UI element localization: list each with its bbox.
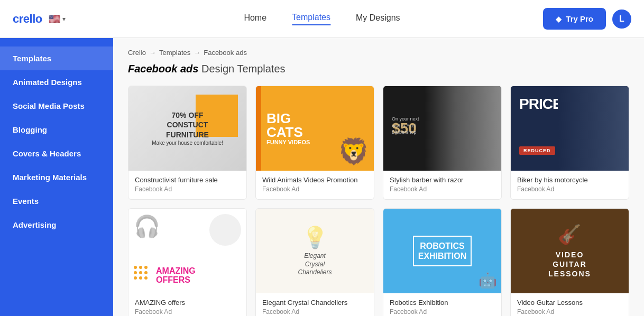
template-title-amazing: AMAZING offers [135,299,240,306]
template-info-furniture: Constructivist furniture sale Facebook A… [128,171,246,199]
template-type-cats: Facebook Ad [262,185,367,193]
try-pro-label: Try Pro [566,14,593,23]
template-thumb-robotics: ROBOTICSEXHIBITION 🤖 [383,209,501,293]
template-type-furniture: Facebook Ad [135,185,240,193]
sidebar-item-animated[interactable]: Animated Designs [0,70,113,94]
template-title-furniture: Constructivist furniture sale [135,176,240,184]
avatar[interactable]: L [612,10,631,29]
template-info-chandelier: Elegant Crystal Chandeliers Facebook Ad [256,293,374,316]
logo[interactable]: crello [13,12,42,26]
diamond-icon: ◆ [556,15,562,23]
page-title: Facebook ads Design Templates [128,63,629,75]
flag-icon: 🇺🇸 [49,13,60,25]
header: crello 🇺🇸 ▾ Home Templates My Designs ◆ … [0,0,644,38]
template-thumb-amazing: 🎧 AMAZINGoffers [128,209,246,293]
template-grid: 70% OFFCONSTUCTFURNITURE Make your house… [128,86,629,316]
page-title-normal: Design Templates [198,63,285,75]
chevron-down-icon: ▾ [62,15,66,23]
sidebar-item-blogging[interactable]: Blogging [0,118,113,142]
language-selector[interactable]: 🇺🇸 ▾ [47,11,68,27]
template-title-guitar: Video Guitar Lessons [517,299,622,306]
template-info-robotics: Robotics Exhibition Facebook Ad [383,293,501,316]
template-info-barber: Stylish barber with razor Facebook Ad [383,171,501,199]
template-thumb-chandelier: 💡 ElegantCrystalChandeliers [256,209,374,293]
template-card-furniture[interactable]: 70% OFFCONSTUCTFURNITURE Make your house… [128,86,247,200]
nav-home[interactable]: Home [244,13,266,25]
breadcrumb-sep-1: → [149,49,156,57]
template-type-chandelier: Facebook Ad [262,308,367,315]
sidebar-item-social[interactable]: Social Media Posts [0,94,113,118]
breadcrumb-crello[interactable]: Crello [128,49,146,57]
sidebar-item-covers[interactable]: Covers & Headers [0,142,113,165]
sidebar: Templates Animated Designs Social Media … [0,38,113,316]
layout: Templates Animated Designs Social Media … [0,38,644,316]
breadcrumb-current: Facebook ads [204,49,247,57]
template-title-cats: Wild Animals Videos Promotion [262,176,367,184]
breadcrumb-templates[interactable]: Templates [159,49,190,57]
template-type-barber: Facebook Ad [390,185,495,193]
template-info-cats: Wild Animals Videos Promotion Facebook A… [256,171,374,199]
template-card-robotics[interactable]: ROBOTICSEXHIBITION 🤖 Robotics Exhibition… [383,208,502,316]
template-thumb-furniture: 70% OFFCONSTUCTFURNITURE Make your house… [128,86,246,171]
header-right: ◆ Try Pro L [543,8,631,30]
nav-templates[interactable]: Templates [292,13,330,25]
template-thumb-barber: $50 On your nextvisit to AxelBarbershop [383,86,501,171]
template-card-cats[interactable]: BIGCATS FUNNY VIDEOS 🦁 Wild Animals Vide… [255,86,374,200]
template-title-chandelier: Elegant Crystal Chandeliers [262,299,367,306]
breadcrumb-sep-2: → [194,49,200,57]
template-card-guitar[interactable]: 🎸 VIDEOGUITARLESSONS Video Guitar Lesson… [510,208,629,316]
template-card-amazing[interactable]: 🎧 AMAZINGoffers AMAZING offe [128,208,247,316]
template-info-guitar: Video Guitar Lessons Facebook Ad [511,293,629,316]
template-type-biker: Facebook Ad [517,185,622,193]
template-info-biker: Biker by his motorcycle Facebook Ad [511,171,629,199]
template-card-biker[interactable]: PRICE REDUCED Biker by his motorcycle Fa… [510,86,629,200]
template-info-amazing: AMAZING offers Facebook Ad [128,293,246,316]
template-card-barber[interactable]: $50 On your nextvisit to AxelBarbershop … [383,86,502,200]
sidebar-item-marketing[interactable]: Marketing Materials [0,165,113,189]
page-title-bold: Facebook ads [128,63,198,75]
try-pro-button[interactable]: ◆ Try Pro [543,8,606,30]
nav-my-designs[interactable]: My Designs [356,13,400,25]
template-thumb-cats: BIGCATS FUNNY VIDEOS 🦁 [256,86,374,171]
logo-area: crello 🇺🇸 ▾ [13,11,68,27]
template-type-robotics: Facebook Ad [390,308,495,315]
template-title-robotics: Robotics Exhibition [390,299,495,306]
breadcrumb: Crello → Templates → Facebook ads [128,49,629,57]
sidebar-item-advertising[interactable]: Advertising [0,213,113,237]
template-title-biker: Biker by his motorcycle [517,176,622,184]
template-thumb-guitar: 🎸 VIDEOGUITARLESSONS [511,209,629,293]
template-title-barber: Stylish barber with razor [390,176,495,184]
template-thumb-biker: PRICE REDUCED [511,86,629,171]
template-card-chandelier[interactable]: 💡 ElegantCrystalChandeliers Elegant Crys… [255,208,374,316]
template-type-guitar: Facebook Ad [517,308,622,315]
sidebar-item-events[interactable]: Events [0,189,113,213]
template-type-amazing: Facebook Ad [135,308,240,315]
sidebar-item-templates[interactable]: Templates [0,47,113,70]
main-nav: Home Templates My Designs [244,13,400,25]
main-content: Crello → Templates → Facebook ads Facebo… [113,38,644,316]
